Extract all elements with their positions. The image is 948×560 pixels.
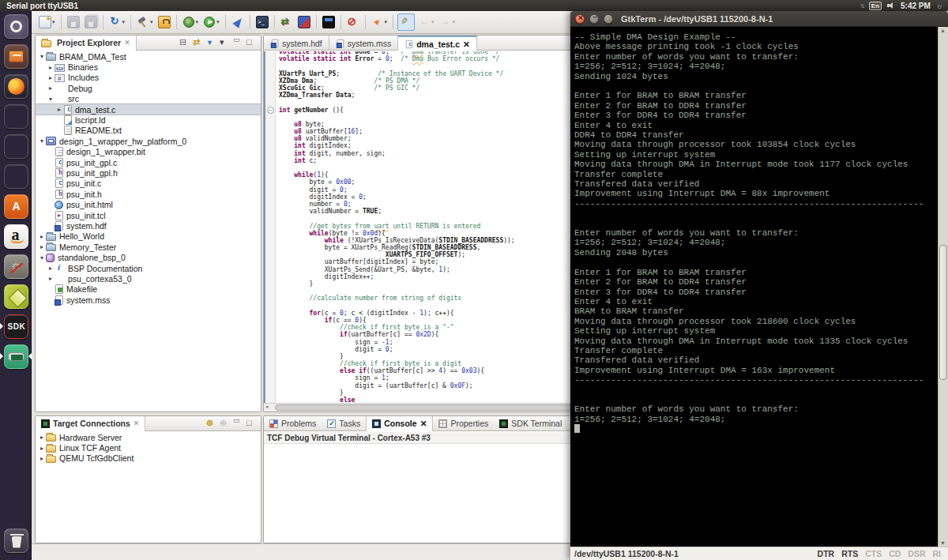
launcher-item-gtkterm[interactable]: [0, 341, 32, 371]
terminal-view-button[interactable]: [254, 14, 270, 30]
new-dropdown-icon[interactable]: ▾: [52, 19, 55, 25]
tree-item-makefile[interactable]: Makefile: [36, 284, 261, 295]
launch-button[interactable]: ▾: [370, 14, 389, 30]
collapsed-arrow-icon[interactable]: ▸: [55, 106, 63, 113]
collapse-all-icon[interactable]: [179, 37, 190, 49]
tree-item-readme-txt[interactable]: README.txt: [36, 126, 261, 136]
collapsed-arrow-icon[interactable]: ▸: [38, 455, 46, 462]
run-button[interactable]: ▾: [201, 14, 221, 30]
close-tab-icon[interactable]: ✕: [463, 39, 470, 49]
maximize-icon[interactable]: [246, 418, 258, 430]
expanded-arrow-icon[interactable]: ▾: [38, 53, 46, 60]
refresh-target-icon[interactable]: [219, 418, 231, 430]
console-tab-console[interactable]: Console✕: [366, 416, 433, 431]
target-item-hardware-server[interactable]: ▸Hardware Server: [36, 432, 261, 442]
serial-terminal-screen[interactable]: -- Simple DMA Design Example --Above mes…: [570, 27, 938, 547]
collapsed-arrow-icon[interactable]: ▸: [47, 275, 55, 282]
network-sync-icon[interactable]: ↑↓: [860, 2, 863, 9]
view-menu-icon[interactable]: [219, 37, 231, 49]
tree-item-lscript-ld[interactable]: lscript.ld: [36, 115, 261, 125]
collapsed-arrow-icon[interactable]: ▸: [38, 434, 46, 441]
launcher-item-firefox[interactable]: [0, 71, 32, 101]
launcher-item-amazon[interactable]: [0, 221, 32, 251]
tree-item-psu-cortexa53-0[interactable]: ▸psu_cortexa53_0: [36, 273, 261, 284]
launcher-item-vivado[interactable]: [0, 281, 32, 311]
fold-collapse-icon[interactable]: −: [267, 107, 274, 114]
expanded-arrow-icon[interactable]: ▾: [38, 137, 46, 145]
editor-tab-dma-test-c[interactable]: dma_test.c✕: [398, 36, 477, 51]
tree-item-includes[interactable]: ▸Includes: [36, 73, 261, 83]
tree-item-psu-init-html[interactable]: psu_init.html: [36, 199, 261, 209]
volume-icon[interactable]: [887, 2, 895, 9]
add-target-icon[interactable]: [205, 418, 217, 430]
close-icon[interactable]: ✕: [134, 419, 140, 427]
tab-target-connections[interactable]: Target Connections ✕: [36, 416, 145, 431]
launcher-item-ubuntu-software[interactable]: [0, 191, 32, 221]
clock[interactable]: 5:42 PM: [901, 2, 931, 10]
launcher-item-system-settings[interactable]: [0, 251, 32, 281]
collapsed-arrow-icon[interactable]: ▸: [47, 74, 55, 81]
build-button[interactable]: ▾: [135, 14, 155, 30]
collapsed-arrow-icon[interactable]: ▸: [38, 233, 46, 240]
collapsed-arrow-icon[interactable]: ▸: [47, 265, 55, 272]
expanded-arrow-icon[interactable]: ▾: [38, 254, 46, 261]
console-tab-properties[interactable]: Properties: [433, 416, 494, 431]
tree-item-src[interactable]: ▾src: [36, 94, 261, 104]
tree-item-standalone-bsp-0[interactable]: ▾standalone_bsp_0: [36, 252, 261, 262]
skip-breakpoints-dropdown-icon[interactable]: ▾: [122, 19, 126, 25]
tree-item-memory-tester[interactable]: ▸Memory_Tester: [36, 242, 261, 252]
program-fpga-button[interactable]: [296, 14, 312, 30]
console-tab-problems[interactable]: Problems: [264, 416, 322, 431]
launcher-item-xilinx-sdk[interactable]: [0, 311, 32, 341]
tree-item-psu-init-tcl[interactable]: psu_init.tcl: [36, 210, 261, 220]
minimize-icon[interactable]: [232, 418, 244, 430]
launcher-item-libreoffice-calc[interactable]: [0, 131, 32, 161]
forward-dropdown-icon[interactable]: ▾: [453, 19, 456, 25]
filter-icon[interactable]: [205, 37, 217, 49]
launcher-item-files[interactable]: [0, 41, 32, 71]
back-dropdown-icon[interactable]: ▾: [431, 19, 434, 25]
debug-button[interactable]: ▾: [181, 14, 201, 30]
editor-tab-system-hdf[interactable]: system.hdf: [264, 36, 329, 51]
top-menubar[interactable]: Serial port ttyUSB1 ↑↓ En 5:42 PM ☼: [0, 0, 948, 11]
tree-item-bram-dma-test[interactable]: ▾BRAM_DMA_Test: [36, 51, 261, 62]
tree-item-psu-init-h[interactable]: psu_init.h: [36, 189, 261, 199]
launcher-item-dash-home[interactable]: [0, 11, 32, 41]
keyboard-layout-indicator[interactable]: En: [869, 2, 882, 10]
tree-item-psu-init-gpl-c[interactable]: psu_init_gpl.c: [36, 157, 261, 167]
team-sync-button[interactable]: [279, 14, 295, 30]
collapsed-arrow-icon[interactable]: ▸: [38, 445, 46, 452]
close-icon[interactable]: ✕: [124, 39, 130, 47]
console-tab-tasks[interactable]: Tasks: [322, 416, 366, 431]
editor-gutter[interactable]: [265, 51, 276, 403]
build-dropdown-icon[interactable]: ▾: [150, 19, 153, 25]
gtkterm-titlebar[interactable]: GtkTerm - /dev/ttyUSB1 115200-8-N-1: [570, 11, 948, 27]
program-flash-button[interactable]: [156, 14, 172, 30]
tab-project-explorer[interactable]: Project Explorer ✕: [36, 36, 137, 51]
tree-item-system-hdf[interactable]: system.hdf: [36, 220, 261, 231]
maximize-window-icon[interactable]: [604, 14, 613, 24]
scrollbar-thumb[interactable]: [939, 245, 947, 380]
screen-button[interactable]: [321, 14, 337, 30]
minimize-icon[interactable]: [232, 37, 244, 49]
tree-item-binaries[interactable]: ▸Binaries: [36, 62, 261, 72]
launcher-item-trash[interactable]: [0, 525, 32, 555]
tree-item-system-mss[interactable]: system.mss: [36, 295, 261, 305]
target-item-linux-tcf-agent[interactable]: ▸Linux TCF Agent: [36, 442, 261, 453]
tree-item-design-1-wrapper-bit[interactable]: design_1_wrapper.bit: [36, 147, 261, 157]
tree-item-psu-init-gpl-h[interactable]: psu_init_gpl.h: [36, 167, 261, 178]
expanded-arrow-icon[interactable]: ▾: [47, 96, 55, 103]
terminal-scrollbar[interactable]: ▲ ▼: [938, 27, 948, 547]
tree-item-bsp-documentation[interactable]: ▸BSP Documentation: [36, 263, 261, 273]
session-gear-icon[interactable]: ☼: [936, 2, 943, 10]
tree-item-hello-world[interactable]: ▸Hello_World: [36, 231, 261, 242]
launcher-item-libreoffice-writer[interactable]: [0, 101, 32, 131]
launch-hw-button[interactable]: [230, 14, 246, 30]
editor-tab-system-mss[interactable]: system.mss: [329, 36, 398, 51]
collapsed-arrow-icon[interactable]: ▸: [47, 64, 55, 71]
minimize-window-icon[interactable]: [589, 14, 599, 24]
link-with-editor-icon[interactable]: [192, 37, 204, 49]
maximize-icon[interactable]: [246, 37, 258, 49]
tree-item-dma-test-c[interactable]: ▸dma_test.c: [36, 104, 261, 115]
target-item-qemu-tcfgdbclient[interactable]: ▸QEMU TcfGdbClient: [36, 453, 261, 464]
